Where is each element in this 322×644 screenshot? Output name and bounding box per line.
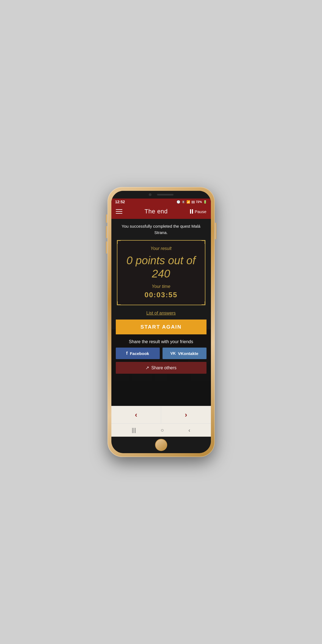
pause-icon: [190, 209, 193, 214]
corner-tl: [117, 240, 121, 244]
start-again-button[interactable]: START AGAIN: [116, 320, 207, 334]
bottom-bezel: [111, 437, 211, 453]
vkontakte-label: VKontakte: [178, 351, 198, 356]
status-bar: 12:52 🕐 🔇 📶 |||| 72% 🔋: [111, 199, 211, 205]
forward-arrow-button[interactable]: ›: [161, 406, 211, 423]
list-of-answers-link[interactable]: List of answers: [116, 311, 207, 316]
hamburger-line-3: [116, 213, 122, 214]
share-others-button[interactable]: ↗ Share others: [116, 362, 207, 374]
nav-bar: The end Pause: [111, 205, 211, 219]
hamburger-line-2: [116, 211, 122, 212]
result-label: Your result: [122, 246, 200, 251]
speaker: [157, 194, 174, 196]
alarm-icon: 🕐: [177, 200, 180, 204]
android-nav-bar: ||| ○ ‹: [111, 423, 211, 437]
status-time: 12:52: [115, 200, 125, 204]
phone-frame: 12:52 🕐 🔇 📶 |||| 72% 🔋 The end: [108, 187, 215, 457]
top-bezel: [111, 191, 211, 199]
facebook-icon: f: [126, 351, 128, 356]
forward-arrow-icon: ›: [185, 411, 187, 419]
side-buttons-left: [106, 214, 107, 257]
recent-apps-button[interactable]: |||: [132, 427, 136, 433]
vkontakte-button[interactable]: VK VKontakte: [163, 348, 207, 359]
navigation-arrows: ‹ ›: [111, 406, 211, 423]
battery-level: 72%: [196, 200, 202, 203]
signal-icon: ||||: [191, 200, 195, 203]
time-label: Your time: [122, 284, 200, 289]
success-message: You successfully completed the quest Mal…: [116, 223, 207, 236]
facebook-button[interactable]: f Facebook: [116, 348, 160, 359]
main-content: You successfully completed the quest Mal…: [111, 219, 211, 406]
pause-bar-2: [192, 209, 193, 214]
vk-icon: VK: [170, 351, 176, 356]
screen-content: 12:52 🕐 🔇 📶 |||| 72% 🔋 The end: [111, 199, 211, 437]
back-button[interactable]: ‹: [188, 427, 190, 433]
phone-screen: 12:52 🕐 🔇 📶 |||| 72% 🔋 The end: [111, 191, 211, 453]
side-button-right: [215, 223, 216, 239]
battery-icon: 🔋: [203, 200, 207, 204]
sound-icon: 🔇: [181, 200, 185, 204]
time-value: 00:03:55: [122, 291, 200, 299]
page-title: The end: [145, 208, 168, 215]
result-box: Your result 0 points out of 240 Your tim…: [117, 240, 205, 305]
home-button[interactable]: ○: [161, 427, 164, 433]
share-others-label: Share others: [151, 365, 177, 370]
home-button-physical[interactable]: [155, 439, 167, 451]
share-icon: ↗: [145, 365, 149, 370]
result-points: 0 points out of 240: [122, 254, 200, 280]
hamburger-menu[interactable]: [116, 209, 122, 214]
corner-tr: [202, 240, 205, 244]
back-arrow-icon: ‹: [135, 411, 137, 419]
content-wrapper: You successfully completed the quest Mal…: [111, 219, 211, 379]
wifi-icon: 📶: [186, 200, 190, 204]
facebook-label: Facebook: [130, 351, 149, 356]
status-icons: 🕐 🔇 📶 |||| 72% 🔋: [177, 200, 207, 204]
corner-br: [202, 301, 205, 305]
share-text: Share the result with your friends: [116, 339, 207, 344]
corner-bl: [117, 301, 121, 305]
pause-label: Pause: [195, 209, 207, 214]
back-arrow-button[interactable]: ‹: [111, 406, 161, 423]
hamburger-line-1: [116, 209, 122, 210]
pause-button[interactable]: Pause: [190, 209, 207, 214]
social-buttons: f Facebook VK VKontakte: [116, 348, 207, 359]
camera: [149, 193, 152, 196]
pause-bar-1: [190, 209, 191, 214]
